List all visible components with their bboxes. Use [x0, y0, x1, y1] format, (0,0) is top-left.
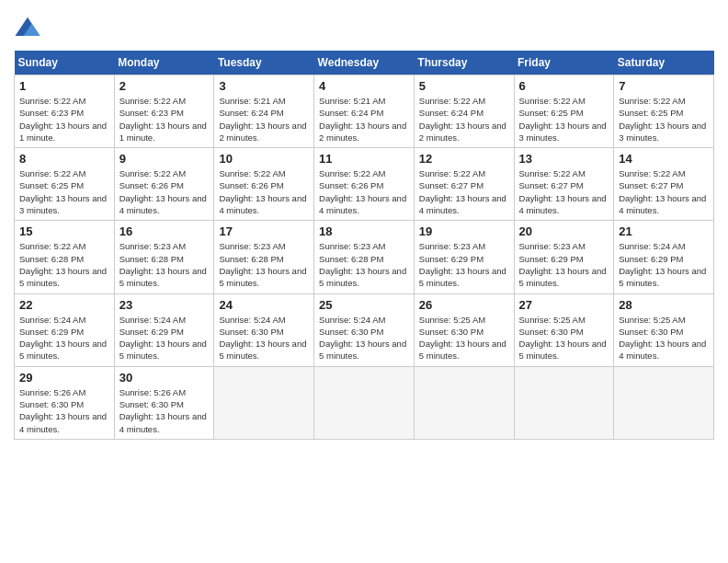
calendar-header-row: SundayMondayTuesdayWednesdayThursdayFrid…: [15, 51, 714, 75]
calendar-cell: 10 Sunrise: 5:22 AMSunset: 6:26 PMDaylig…: [214, 148, 314, 221]
calendar-cell: 1 Sunrise: 5:22 AMSunset: 6:23 PMDayligh…: [15, 75, 115, 148]
day-header-wednesday: Wednesday: [314, 51, 415, 75]
logo: [14, 14, 45, 41]
day-number: 10: [219, 152, 309, 166]
day-header-friday: Friday: [514, 51, 614, 75]
day-info: Sunrise: 5:21 AMSunset: 6:24 PMDaylight:…: [219, 95, 309, 144]
calendar-cell: 25 Sunrise: 5:24 AMSunset: 6:30 PMDaylig…: [314, 293, 415, 366]
day-number: 25: [319, 298, 409, 312]
calendar-cell: 9 Sunrise: 5:22 AMSunset: 6:26 PMDayligh…: [114, 148, 214, 221]
day-info: Sunrise: 5:21 AMSunset: 6:24 PMDaylight:…: [319, 95, 409, 144]
calendar-cell: 22 Sunrise: 5:24 AMSunset: 6:29 PMDaylig…: [15, 293, 115, 366]
calendar-week-row: 29 Sunrise: 5:26 AMSunset: 6:30 PMDaylig…: [15, 366, 714, 439]
calendar-cell: 29 Sunrise: 5:26 AMSunset: 6:30 PMDaylig…: [15, 366, 115, 439]
day-number: 30: [119, 371, 210, 385]
day-info: Sunrise: 5:22 AMSunset: 6:24 PMDaylight:…: [419, 95, 509, 144]
calendar-cell: 15 Sunrise: 5:22 AMSunset: 6:28 PMDaylig…: [15, 221, 115, 293]
day-info: Sunrise: 5:24 AMSunset: 6:29 PMDaylight:…: [119, 314, 210, 362]
day-info: Sunrise: 5:22 AMSunset: 6:25 PMDaylight:…: [619, 95, 709, 144]
day-info: Sunrise: 5:22 AMSunset: 6:25 PMDaylight:…: [19, 167, 109, 216]
calendar-cell: 5 Sunrise: 5:22 AMSunset: 6:24 PMDayligh…: [414, 75, 514, 148]
day-number: 4: [319, 79, 409, 93]
day-info: Sunrise: 5:22 AMSunset: 6:23 PMDaylight:…: [119, 95, 210, 144]
calendar-cell: 28 Sunrise: 5:25 AMSunset: 6:30 PMDaylig…: [614, 293, 714, 366]
day-number: 17: [219, 224, 309, 238]
calendar-cell: 23 Sunrise: 5:24 AMSunset: 6:29 PMDaylig…: [114, 293, 214, 366]
day-number: 20: [519, 224, 609, 238]
day-info: Sunrise: 5:22 AMSunset: 6:26 PMDaylight:…: [219, 167, 309, 216]
day-number: 8: [19, 152, 109, 166]
day-header-thursday: Thursday: [414, 51, 514, 75]
day-info: Sunrise: 5:22 AMSunset: 6:27 PMDaylight:…: [419, 167, 509, 216]
day-number: 28: [619, 298, 709, 312]
page-header: [14, 14, 714, 41]
calendar-week-row: 1 Sunrise: 5:22 AMSunset: 6:23 PMDayligh…: [15, 75, 714, 148]
calendar-cell: [614, 366, 714, 439]
day-number: 12: [419, 152, 509, 166]
day-info: Sunrise: 5:23 AMSunset: 6:29 PMDaylight:…: [419, 240, 509, 289]
calendar-week-row: 22 Sunrise: 5:24 AMSunset: 6:29 PMDaylig…: [15, 293, 714, 366]
day-info: Sunrise: 5:22 AMSunset: 6:26 PMDaylight:…: [319, 167, 409, 216]
day-number: 9: [119, 152, 210, 166]
day-number: 13: [519, 152, 609, 166]
day-number: 26: [419, 298, 509, 312]
calendar-cell: 20 Sunrise: 5:23 AMSunset: 6:29 PMDaylig…: [514, 221, 614, 293]
calendar-cell: 6 Sunrise: 5:22 AMSunset: 6:25 PMDayligh…: [514, 75, 614, 148]
day-header-sunday: Sunday: [15, 51, 115, 75]
calendar-week-row: 15 Sunrise: 5:22 AMSunset: 6:28 PMDaylig…: [15, 221, 714, 293]
day-header-monday: Monday: [114, 51, 214, 75]
day-info: Sunrise: 5:23 AMSunset: 6:28 PMDaylight:…: [119, 240, 210, 289]
calendar-cell: 11 Sunrise: 5:22 AMSunset: 6:26 PMDaylig…: [314, 148, 415, 221]
day-header-tuesday: Tuesday: [214, 51, 314, 75]
calendar-cell: 2 Sunrise: 5:22 AMSunset: 6:23 PMDayligh…: [114, 75, 214, 148]
day-info: Sunrise: 5:25 AMSunset: 6:30 PMDaylight:…: [419, 314, 509, 362]
day-header-saturday: Saturday: [614, 51, 714, 75]
day-number: 6: [519, 79, 609, 93]
day-info: Sunrise: 5:25 AMSunset: 6:30 PMDaylight:…: [619, 314, 709, 362]
day-info: Sunrise: 5:23 AMSunset: 6:28 PMDaylight:…: [319, 240, 409, 289]
day-number: 7: [619, 79, 709, 93]
calendar-cell: 3 Sunrise: 5:21 AMSunset: 6:24 PMDayligh…: [214, 75, 314, 148]
calendar-cell: 27 Sunrise: 5:25 AMSunset: 6:30 PMDaylig…: [514, 293, 614, 366]
day-number: 2: [119, 79, 210, 93]
day-info: Sunrise: 5:25 AMSunset: 6:30 PMDaylight:…: [519, 314, 609, 362]
day-number: 22: [19, 298, 109, 312]
day-number: 21: [619, 224, 709, 238]
calendar-cell: [314, 366, 415, 439]
calendar-cell: 17 Sunrise: 5:23 AMSunset: 6:28 PMDaylig…: [214, 221, 314, 293]
logo-icon: [14, 14, 41, 41]
day-info: Sunrise: 5:26 AMSunset: 6:30 PMDaylight:…: [19, 386, 109, 435]
calendar-cell: 21 Sunrise: 5:24 AMSunset: 6:29 PMDaylig…: [614, 221, 714, 293]
calendar-cell: 7 Sunrise: 5:22 AMSunset: 6:25 PMDayligh…: [614, 75, 714, 148]
day-info: Sunrise: 5:22 AMSunset: 6:28 PMDaylight:…: [19, 240, 109, 289]
day-info: Sunrise: 5:22 AMSunset: 6:25 PMDaylight:…: [519, 95, 609, 144]
calendar-cell: 24 Sunrise: 5:24 AMSunset: 6:30 PMDaylig…: [214, 293, 314, 366]
day-number: 1: [19, 79, 109, 93]
day-number: 23: [119, 298, 210, 312]
day-info: Sunrise: 5:24 AMSunset: 6:30 PMDaylight:…: [219, 314, 309, 362]
day-info: Sunrise: 5:22 AMSunset: 6:23 PMDaylight:…: [19, 95, 109, 144]
day-number: 16: [119, 224, 210, 238]
day-number: 5: [419, 79, 509, 93]
calendar-week-row: 8 Sunrise: 5:22 AMSunset: 6:25 PMDayligh…: [15, 148, 714, 221]
day-info: Sunrise: 5:24 AMSunset: 6:30 PMDaylight:…: [319, 314, 409, 362]
day-info: Sunrise: 5:22 AMSunset: 6:27 PMDaylight:…: [519, 167, 609, 216]
day-info: Sunrise: 5:23 AMSunset: 6:28 PMDaylight:…: [219, 240, 309, 289]
calendar-cell: [514, 366, 614, 439]
day-info: Sunrise: 5:24 AMSunset: 6:29 PMDaylight:…: [619, 240, 709, 289]
calendar-cell: 16 Sunrise: 5:23 AMSunset: 6:28 PMDaylig…: [114, 221, 214, 293]
calendar-cell: 14 Sunrise: 5:22 AMSunset: 6:27 PMDaylig…: [614, 148, 714, 221]
calendar-cell: 19 Sunrise: 5:23 AMSunset: 6:29 PMDaylig…: [414, 221, 514, 293]
day-info: Sunrise: 5:22 AMSunset: 6:27 PMDaylight:…: [619, 167, 709, 216]
calendar-cell: 26 Sunrise: 5:25 AMSunset: 6:30 PMDaylig…: [414, 293, 514, 366]
day-number: 18: [319, 224, 409, 238]
calendar-cell: 8 Sunrise: 5:22 AMSunset: 6:25 PMDayligh…: [15, 148, 115, 221]
calendar-cell: [414, 366, 514, 439]
day-number: 3: [219, 79, 309, 93]
day-info: Sunrise: 5:23 AMSunset: 6:29 PMDaylight:…: [519, 240, 609, 289]
calendar-cell: 30 Sunrise: 5:26 AMSunset: 6:30 PMDaylig…: [114, 366, 214, 439]
calendar-cell: 4 Sunrise: 5:21 AMSunset: 6:24 PMDayligh…: [314, 75, 415, 148]
day-number: 27: [519, 298, 609, 312]
calendar-table: SundayMondayTuesdayWednesdayThursdayFrid…: [14, 51, 714, 440]
day-info: Sunrise: 5:26 AMSunset: 6:30 PMDaylight:…: [119, 386, 210, 435]
